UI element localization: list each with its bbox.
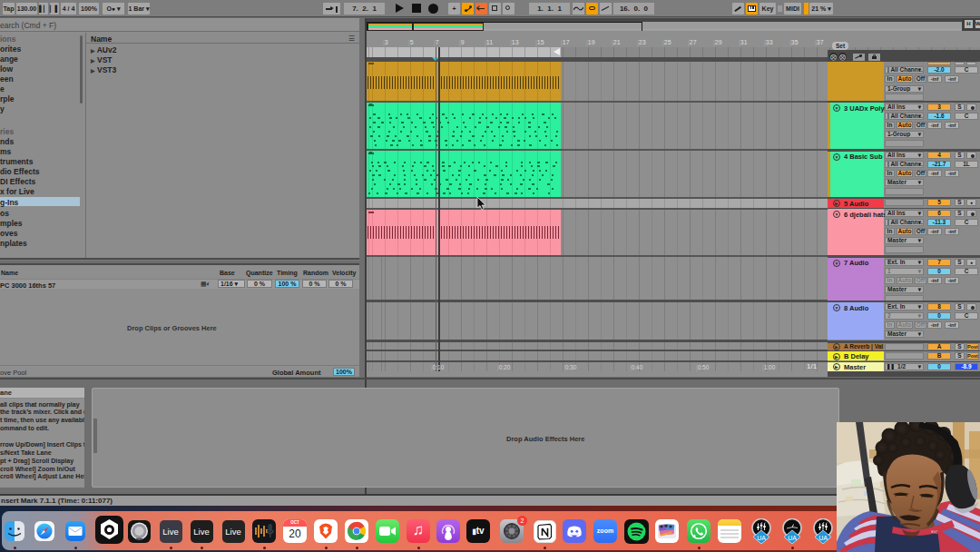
svg-text:UA: UA xyxy=(788,535,797,541)
svg-text:UA: UA xyxy=(818,535,828,541)
svg-text:KIC: KIC xyxy=(931,529,939,535)
svg-text:UA: UA xyxy=(757,535,766,541)
